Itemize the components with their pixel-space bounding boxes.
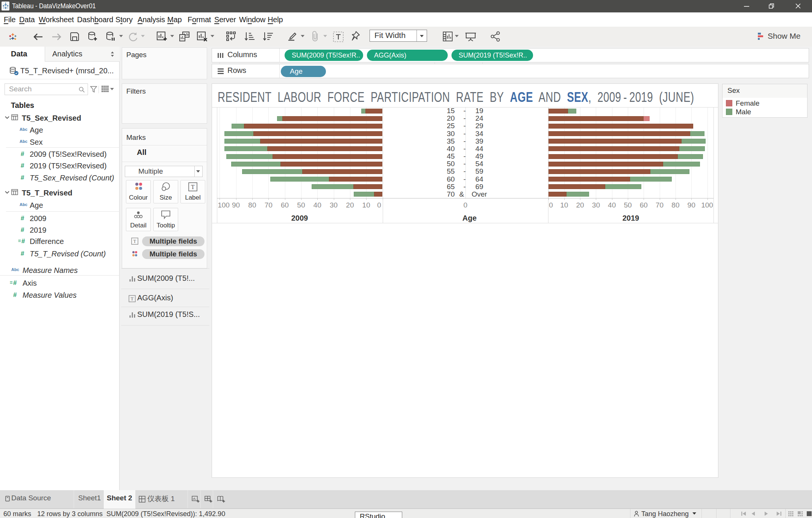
svg-text:T: T [191,184,195,190]
svg-text:T: T [133,239,136,244]
svg-text:T: T [131,296,134,301]
